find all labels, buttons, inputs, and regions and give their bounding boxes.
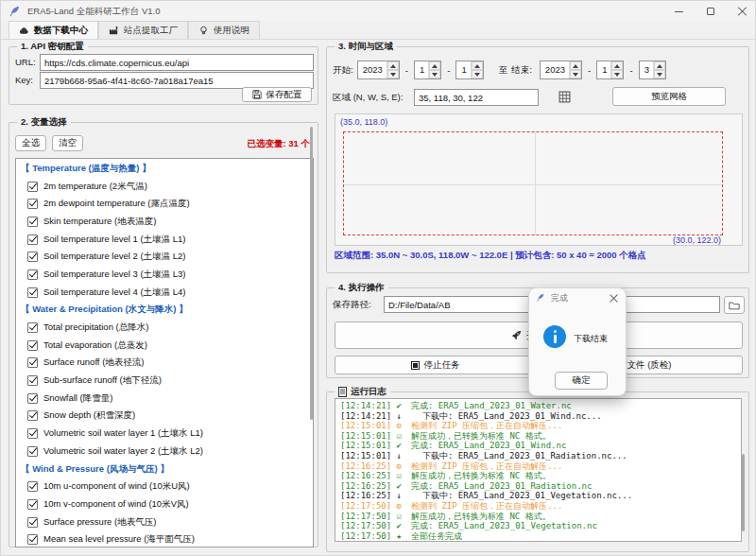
log-timestamp: [12:14:21]: [340, 401, 397, 410]
variable-label: Volumetric soil water layer 1 (土壤水 L1): [43, 427, 203, 440]
completion-dialog: 完成 下载结束 确定: [528, 287, 627, 396]
checkbox-icon[interactable]: [27, 217, 38, 227]
variable-checkbox-item[interactable]: Snowfall (降雪量): [16, 390, 313, 408]
stop-task-button[interactable]: 停止任务: [335, 356, 536, 374]
close-button[interactable]: [726, 1, 756, 22]
tab-label: 站点提取工厂: [124, 25, 178, 37]
checkbox-icon[interactable]: [27, 534, 38, 545]
info-icon: [543, 325, 566, 348]
region-input[interactable]: [414, 89, 539, 106]
variable-checkbox-item[interactable]: Volumetric soil water layer 1 (土壤水 L1): [16, 425, 313, 443]
checkbox-icon[interactable]: [27, 499, 38, 510]
checkbox-icon[interactable]: [27, 357, 38, 368]
variable-checkbox-item[interactable]: Soil temperature level 4 (土壤温 L4): [16, 284, 313, 302]
spin-up-icon[interactable]: [570, 61, 581, 70]
end-month-spinbox[interactable]: 1: [596, 61, 624, 79]
end-year-spinbox[interactable]: 2023: [540, 61, 582, 79]
variable-checkbox-item[interactable]: Soil temperature level 1 (土壤温 L1): [16, 231, 313, 249]
variable-checkbox-item[interactable]: Skin temperature (地表温度): [16, 213, 313, 231]
spin-up-icon[interactable]: [611, 61, 623, 70]
checkbox-icon[interactable]: [27, 322, 38, 333]
dialog-ok-button[interactable]: 确定: [555, 372, 608, 390]
url-input[interactable]: [40, 54, 314, 71]
variable-label: 2m temperature (2米气温): [43, 181, 147, 193]
grid-icon: [558, 91, 571, 103]
spin-down-icon[interactable]: [387, 70, 399, 78]
checkbox-icon[interactable]: [27, 393, 38, 404]
variable-checkbox-item[interactable]: Total evaporation (总蒸发): [16, 337, 313, 355]
variable-list-scrollbar[interactable]: [310, 127, 313, 420]
dialog-close-icon[interactable]: [610, 294, 618, 303]
spin-down-icon[interactable]: [570, 70, 581, 78]
variable-checkbox-item[interactable]: Surface pressure (地表气压): [16, 513, 313, 531]
variable-checkbox-item[interactable]: Mean sea level pressure (海平面气压): [16, 530, 313, 547]
checkbox-icon[interactable]: [27, 410, 38, 421]
start-year-spinbox[interactable]: 2023: [357, 61, 400, 79]
log-done-icon: ✔: [397, 481, 406, 492]
log-line: [12:16:25] ✔ 完成: ERA5_Land_2023_01_Radia…: [340, 481, 741, 492]
variable-checkbox-item[interactable]: 10m u-component of wind (10米U风): [16, 478, 313, 495]
log-line: [12:17:50] ⚙ 检测到 ZIP 压缩包，正在自动解压...: [340, 501, 741, 512]
spin-up-icon[interactable]: [429, 61, 440, 70]
variable-checkbox-item[interactable]: 10m v-component of wind (10米V风): [16, 495, 313, 513]
minimize-button[interactable]: [663, 1, 695, 22]
select-all-button[interactable]: 全选: [15, 135, 46, 151]
spin-up-icon[interactable]: [387, 61, 399, 70]
checkbox-icon[interactable]: [27, 235, 38, 245]
checkbox-icon[interactable]: [27, 269, 38, 280]
variable-checkbox-item[interactable]: Volumetric soil water layer 2 (土壤水 L2): [16, 443, 313, 460]
save-config-button[interactable]: 保存配置: [242, 87, 312, 102]
log-text: 解压成功，已转换为标准 NC 格式。: [406, 512, 551, 521]
log-zip-icon: ⚙: [397, 461, 406, 472]
maximize-button[interactable]: [695, 1, 726, 22]
log-timestamp: [12:17:50]: [340, 512, 397, 521]
checkbox-icon[interactable]: [27, 517, 38, 528]
tab-download-center[interactable]: 数据下载中心: [9, 21, 98, 39]
start-month-spinbox[interactable]: 1: [414, 61, 441, 79]
checkbox-icon[interactable]: [27, 252, 38, 262]
tab-help[interactable]: 使用说明: [188, 21, 260, 39]
variable-checkbox-item[interactable]: Soil temperature level 3 (土壤温 L3): [16, 266, 313, 284]
clear-button[interactable]: 清空: [52, 135, 83, 151]
start-day-spinbox[interactable]: 1: [455, 61, 483, 79]
checkbox-icon[interactable]: [27, 375, 38, 386]
variable-checkbox-item[interactable]: Total precipitation (总降水): [16, 319, 313, 337]
spin-up-icon[interactable]: [472, 61, 483, 70]
browse-folder-button[interactable]: [724, 296, 745, 314]
checkbox-icon[interactable]: [27, 481, 38, 492]
log-timestamp: [12:16:25]: [340, 481, 397, 491]
preview-grid-button[interactable]: 预览网格: [612, 87, 726, 106]
checkbox-icon[interactable]: [27, 340, 38, 351]
log-scrollbar[interactable]: [742, 454, 745, 531]
variable-list: 【 Temperature (温度与热量) 】2m temperature (2…: [15, 158, 314, 547]
folder-icon: [729, 301, 740, 310]
log-output[interactable]: [12:14:21] ✔ 完成: ERA5_Land_2023_01_Water…: [335, 398, 742, 542]
title-bar: ERA5-Land 全能科研工作台 V1.0: [1, 1, 756, 22]
checkbox-icon[interactable]: [27, 446, 38, 457]
checkbox-icon[interactable]: [27, 287, 38, 298]
log-line: [12:17:50] ☑ 解压成功，已转换为标准 NC 格式。: [340, 512, 741, 522]
variable-checkbox-item[interactable]: Sub-surface runoff (地下径流): [16, 372, 313, 390]
checkbox-icon[interactable]: [27, 199, 38, 209]
spin-up-icon[interactable]: [654, 61, 665, 70]
save-path-label: 保存路径:: [333, 299, 371, 311]
variable-label: Surface runoff (地表径流): [43, 356, 144, 369]
log-downloading-icon: ↓: [397, 491, 406, 501]
spin-down-icon[interactable]: [472, 70, 483, 78]
variable-checkbox-item[interactable]: 2m temperature (2米气温): [16, 178, 313, 196]
spin-down-icon[interactable]: [611, 70, 623, 78]
end-day-spinbox[interactable]: 3: [639, 61, 666, 79]
end-label: 结束:: [511, 64, 532, 77]
log-text: 下载中: ERA5_Land_2023_01_Radiation.nc...: [406, 451, 627, 460]
variable-checkbox-item[interactable]: Surface runoff (地表径流): [16, 355, 313, 373]
variable-checkbox-item[interactable]: Snow depth (积雪深度): [16, 408, 313, 426]
dialog-title-bar: 完成: [529, 288, 626, 307]
spin-down-icon[interactable]: [654, 70, 665, 78]
variable-checkbox-item[interactable]: 2m dewpoint temperature (露点温度): [16, 195, 313, 213]
variable-checkbox-item[interactable]: Soil temperature level 2 (土壤温 L2): [16, 248, 313, 266]
checkbox-icon[interactable]: [27, 428, 38, 439]
checkbox-icon[interactable]: [27, 182, 38, 192]
dialog-feather-icon: [536, 293, 545, 303]
spin-down-icon[interactable]: [429, 70, 440, 78]
tab-site-extract[interactable]: 站点提取工厂: [98, 21, 188, 39]
